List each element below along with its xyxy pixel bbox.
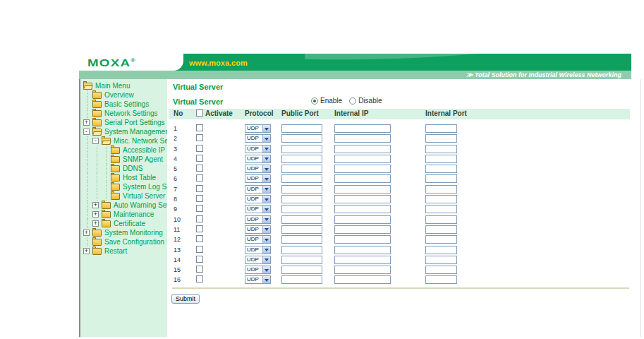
sidebar-link[interactable]: DDNS bbox=[123, 165, 142, 172]
internal-port-input[interactable] bbox=[425, 195, 457, 203]
internal-ip-input[interactable] bbox=[334, 174, 391, 183]
activate-checkbox[interactable] bbox=[196, 205, 203, 212]
internal-ip-input[interactable] bbox=[334, 225, 391, 234]
activate-checkbox[interactable] bbox=[196, 266, 203, 273]
activate-checkbox[interactable] bbox=[196, 145, 203, 152]
internal-port-input[interactable] bbox=[425, 215, 457, 224]
sidebar-link[interactable]: Network Settings bbox=[104, 109, 158, 117]
public-port-input[interactable] bbox=[281, 256, 322, 264]
protocol-select[interactable]: UDP bbox=[245, 235, 271, 244]
public-port-input[interactable] bbox=[281, 165, 322, 173]
plus-icon[interactable]: + bbox=[92, 211, 99, 218]
sidebar-item-basic-settings[interactable]: Basic Settings bbox=[80, 100, 167, 109]
radio-icon[interactable] bbox=[349, 97, 356, 105]
sidebar-link[interactable]: Overview bbox=[104, 91, 134, 99]
sidebar-link[interactable]: Certificate bbox=[114, 220, 145, 227]
sidebar-item-host-table[interactable]: Host Table bbox=[80, 173, 167, 182]
activate-checkbox[interactable] bbox=[196, 225, 203, 232]
protocol-select[interactable]: UDP bbox=[245, 256, 271, 264]
sidebar-link[interactable]: Misc. Network Settings bbox=[114, 137, 167, 145]
internal-port-input[interactable] bbox=[425, 145, 457, 153]
radio-option-enable[interactable]: Enable bbox=[311, 97, 342, 105]
sidebar-link[interactable]: Virtual Server Settings bbox=[123, 192, 167, 200]
sidebar-item-system-log-settings[interactable]: System Log Settings bbox=[80, 182, 167, 191]
internal-port-input[interactable] bbox=[425, 256, 457, 264]
sidebar-link[interactable]: Accessible IP List bbox=[123, 146, 167, 154]
internal-port-input[interactable] bbox=[425, 174, 457, 183]
sidebar-link[interactable]: Save Configuration bbox=[104, 238, 164, 246]
protocol-select[interactable]: UDP bbox=[245, 195, 271, 203]
internal-ip-input[interactable] bbox=[334, 275, 391, 284]
sidebar-link[interactable]: SNMP Agent bbox=[123, 155, 163, 163]
protocol-select[interactable]: UDP bbox=[245, 174, 271, 183]
activate-checkbox[interactable] bbox=[196, 124, 203, 131]
public-port-input[interactable] bbox=[281, 215, 322, 224]
sidebar-item-snmp-agent[interactable]: SNMP Agent bbox=[80, 155, 167, 164]
plus-icon[interactable]: + bbox=[92, 202, 99, 208]
internal-ip-input[interactable] bbox=[334, 235, 391, 244]
protocol-select[interactable]: UDP bbox=[245, 124, 271, 133]
sidebar-item-save-configuration[interactable]: Save Configuration bbox=[80, 237, 167, 246]
minus-icon[interactable]: - bbox=[92, 138, 99, 144]
internal-port-input[interactable] bbox=[425, 235, 457, 244]
protocol-select[interactable]: UDP bbox=[245, 275, 271, 284]
internal-ip-input[interactable] bbox=[334, 205, 391, 213]
submit-button[interactable]: Submit bbox=[171, 294, 200, 304]
public-port-input[interactable] bbox=[281, 275, 322, 284]
public-port-input[interactable] bbox=[281, 246, 322, 254]
sidebar-item-virtual-server-settings[interactable]: Virtual Server Settings bbox=[80, 191, 167, 201]
internal-port-input[interactable] bbox=[425, 225, 457, 234]
internal-port-input[interactable] bbox=[425, 275, 457, 284]
internal-port-input[interactable] bbox=[425, 155, 457, 163]
sidebar-link[interactable]: System Management bbox=[104, 128, 167, 136]
sidebar-item-auto-warning-settings[interactable]: +Auto Warning Settings bbox=[80, 201, 167, 210]
protocol-select[interactable]: UDP bbox=[245, 246, 271, 254]
radio-icon[interactable] bbox=[311, 97, 318, 105]
activate-checkbox[interactable] bbox=[196, 165, 203, 172]
sidebar-link[interactable]: System Log Settings bbox=[123, 183, 167, 191]
public-port-input[interactable] bbox=[281, 235, 322, 244]
internal-ip-input[interactable] bbox=[334, 145, 391, 153]
internal-ip-input[interactable] bbox=[334, 256, 391, 264]
sidebar-link[interactable]: Serial Port Settings bbox=[104, 119, 165, 126]
sidebar-link[interactable]: Host Table bbox=[123, 174, 156, 182]
protocol-select[interactable]: UDP bbox=[245, 165, 271, 173]
sidebar-item-system-monitoring[interactable]: +System Monitoring bbox=[80, 228, 167, 237]
internal-port-input[interactable] bbox=[425, 185, 457, 194]
internal-ip-input[interactable] bbox=[334, 266, 391, 274]
internal-port-input[interactable] bbox=[425, 246, 457, 254]
sidebar-link[interactable]: Maintenance bbox=[114, 210, 154, 218]
internal-port-input[interactable] bbox=[425, 266, 457, 274]
internal-port-input[interactable] bbox=[425, 165, 457, 173]
plus-icon[interactable]: + bbox=[83, 119, 90, 126]
sidebar-link[interactable]: Main Menu bbox=[95, 82, 130, 90]
sidebar-item-overview[interactable]: Overview bbox=[80, 90, 167, 100]
sidebar-item-network-settings[interactable]: Network Settings bbox=[80, 109, 167, 118]
activate-checkbox[interactable] bbox=[196, 235, 203, 242]
sidebar-item-ddns[interactable]: DDNS bbox=[80, 164, 167, 173]
public-port-input[interactable] bbox=[281, 266, 322, 274]
activate-checkbox[interactable] bbox=[196, 174, 203, 182]
activate-checkbox[interactable] bbox=[196, 256, 203, 263]
protocol-select[interactable]: UDP bbox=[245, 266, 271, 274]
public-port-input[interactable] bbox=[281, 134, 322, 143]
plus-icon[interactable]: + bbox=[83, 248, 90, 254]
public-port-input[interactable] bbox=[281, 155, 322, 163]
activate-checkbox[interactable] bbox=[196, 275, 203, 282]
sidebar-item-serial-port-settings[interactable]: +Serial Port Settings bbox=[80, 118, 167, 127]
radio-option-disable[interactable]: Disable bbox=[349, 97, 382, 105]
sidebar-item-accessible-ip-list[interactable]: Accessible IP List bbox=[80, 145, 167, 155]
public-port-input[interactable] bbox=[281, 174, 322, 183]
sidebar-item-system-management[interactable]: -System Management bbox=[80, 127, 167, 136]
activate-all-checkbox[interactable] bbox=[196, 109, 203, 117]
sidebar-item-misc-network-settings[interactable]: -Misc. Network Settings bbox=[80, 136, 167, 145]
internal-ip-input[interactable] bbox=[334, 155, 391, 163]
activate-checkbox[interactable] bbox=[196, 215, 203, 222]
internal-ip-input[interactable] bbox=[334, 124, 391, 133]
protocol-select[interactable]: UDP bbox=[245, 155, 271, 163]
plus-icon[interactable]: + bbox=[83, 230, 90, 236]
internal-ip-input[interactable] bbox=[334, 195, 391, 203]
activate-checkbox[interactable] bbox=[196, 134, 203, 141]
internal-port-input[interactable] bbox=[425, 124, 457, 133]
internal-ip-input[interactable] bbox=[334, 246, 391, 254]
